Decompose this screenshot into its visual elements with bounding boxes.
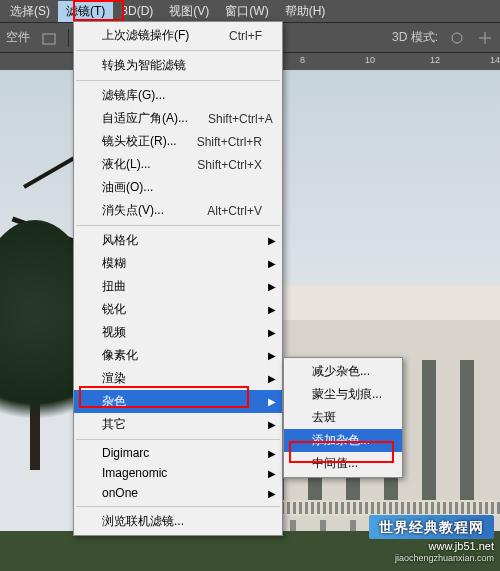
submenu-item-reduce-noise[interactable]: 减少杂色... xyxy=(284,360,402,383)
menu-separator xyxy=(76,439,280,440)
menu-item-video[interactable]: 视频▶ xyxy=(74,321,282,344)
chevron-right-icon: ▶ xyxy=(268,350,276,361)
chevron-right-icon: ▶ xyxy=(268,327,276,338)
menu-item-stylize[interactable]: 风格化▶ xyxy=(74,229,282,252)
menu-item-liquify[interactable]: 液化(L)... Shift+Ctrl+X xyxy=(74,153,282,176)
chevron-right-icon: ▶ xyxy=(268,468,276,479)
menu-item-sharpen[interactable]: 锐化▶ xyxy=(74,298,282,321)
main-menubar: 选择(S) 滤镜(T) 3D(D) 视图(V) 窗口(W) 帮助(H) xyxy=(0,0,500,22)
chevron-right-icon: ▶ xyxy=(268,419,276,430)
item-label: 上次滤镜操作(F) xyxy=(102,27,189,44)
menu-item-convert-smart[interactable]: 转换为智能滤镜 xyxy=(74,54,282,77)
chevron-right-icon: ▶ xyxy=(268,281,276,292)
svg-point-8 xyxy=(452,33,462,43)
filter-dropdown-menu: 上次滤镜操作(F) Ctrl+F 转换为智能滤镜 滤镜库(G)... 自适应广角… xyxy=(73,21,283,536)
menu-filter[interactable]: 滤镜(T) xyxy=(58,1,113,22)
chevron-right-icon: ▶ xyxy=(268,258,276,269)
chevron-right-icon: ▶ xyxy=(268,488,276,499)
chevron-right-icon: ▶ xyxy=(268,235,276,246)
toolbar-left-label: 空件 xyxy=(6,29,30,46)
menu-window[interactable]: 窗口(W) xyxy=(217,1,276,22)
menu-item-noise[interactable]: 杂色▶ xyxy=(74,390,282,413)
chevron-right-icon: ▶ xyxy=(268,373,276,384)
menu-separator xyxy=(76,80,280,81)
menu-item-pixelate[interactable]: 像素化▶ xyxy=(74,344,282,367)
menu-item-blur[interactable]: 模糊▶ xyxy=(74,252,282,275)
menu-3d[interactable]: 3D(D) xyxy=(113,2,161,20)
noise-submenu: 减少杂色... 蒙尘与划痕... 去斑 添加杂色... 中间值... xyxy=(283,357,403,478)
submenu-item-add-noise[interactable]: 添加杂色... xyxy=(284,429,402,452)
svg-rect-0 xyxy=(43,34,55,44)
chevron-right-icon: ▶ xyxy=(268,448,276,459)
submenu-item-despeckle[interactable]: 去斑 xyxy=(284,406,402,429)
mode-label: 3D 模式: xyxy=(392,29,438,46)
menu-item-browse-online[interactable]: 浏览联机滤镜... xyxy=(74,510,282,533)
menu-item-other[interactable]: 其它▶ xyxy=(74,413,282,436)
menu-item-distort[interactable]: 扭曲▶ xyxy=(74,275,282,298)
menu-separator xyxy=(76,506,280,507)
menu-item-adaptive-wide[interactable]: 自适应广角(A)... Shift+Ctrl+A xyxy=(74,107,282,130)
menu-separator xyxy=(76,50,280,51)
box-icon[interactable] xyxy=(40,29,58,47)
pan-icon[interactable] xyxy=(476,29,494,47)
watermark-brand: 世界经典教程网 xyxy=(369,515,494,539)
chevron-right-icon: ▶ xyxy=(268,396,276,407)
menu-item-digimarc[interactable]: Digimarc▶ xyxy=(74,443,282,463)
menu-item-last-filter[interactable]: 上次滤镜操作(F) Ctrl+F xyxy=(74,24,282,47)
menu-item-vanishing-point[interactable]: 消失点(V)... Alt+Ctrl+V xyxy=(74,199,282,222)
item-shortcut: Ctrl+F xyxy=(209,29,262,43)
menu-item-lens-correction[interactable]: 镜头校正(R)... Shift+Ctrl+R xyxy=(74,130,282,153)
building-balustrade xyxy=(260,500,500,516)
separator xyxy=(68,29,69,47)
tree-branch xyxy=(23,155,77,188)
watermark-url: www.jb51.net xyxy=(369,539,494,553)
watermark-sub: jiaochengzhuanxian.com xyxy=(369,553,494,565)
orbit-icon[interactable] xyxy=(448,29,466,47)
menu-item-imagenomic[interactable]: Imagenomic▶ xyxy=(74,463,282,483)
menu-view[interactable]: 视图(V) xyxy=(161,1,217,22)
menu-item-onone[interactable]: onOne▶ xyxy=(74,483,282,503)
menu-item-render[interactable]: 渲染▶ xyxy=(74,367,282,390)
submenu-item-dust-scratches[interactable]: 蒙尘与划痕... xyxy=(284,383,402,406)
watermark: 世界经典教程网 www.jb51.net jiaochengzhuanxian.… xyxy=(369,515,494,565)
chevron-right-icon: ▶ xyxy=(268,304,276,315)
menu-separator xyxy=(76,225,280,226)
menu-item-oil-paint[interactable]: 油画(O)... xyxy=(74,176,282,199)
menu-select[interactable]: 选择(S) xyxy=(2,1,58,22)
menu-help[interactable]: 帮助(H) xyxy=(277,1,334,22)
submenu-item-median[interactable]: 中间值... xyxy=(284,452,402,475)
menu-item-gallery[interactable]: 滤镜库(G)... xyxy=(74,84,282,107)
